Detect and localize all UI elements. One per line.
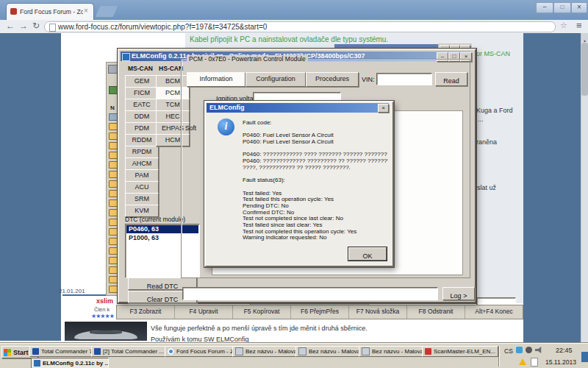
forward-icon[interactable]: → (19, 21, 28, 31)
tab-configuration[interactable]: Configuration (245, 72, 306, 87)
scrollbar-thumb[interactable] (581, 43, 588, 96)
dialog-close-button[interactable]: × (378, 104, 389, 113)
dialog-line: ????, ??????????? ?? ????? ????????. (243, 165, 388, 171)
scrollbar-up-button[interactable]: ▲ (581, 33, 588, 41)
tc-altf4-button[interactable]: Alt+F4 Konec (465, 305, 523, 319)
taskbar-item-label: Ford Focus Forum - Z... (176, 348, 235, 355)
elmconfig-app-icon (122, 53, 130, 61)
post-username[interactable]: xslim (96, 297, 113, 305)
page-icon (49, 24, 56, 32)
module-button-rpdm[interactable]: RPDM (125, 146, 159, 158)
module-button-ahcm[interactable]: AHCM (125, 158, 159, 170)
dialog-line: P0460: Fuel Level Sensor A Circuit (243, 139, 388, 146)
module-button-ddm[interactable]: DDM (125, 110, 159, 123)
pdf-icon (425, 348, 431, 355)
total-commander-icon (32, 348, 39, 355)
vin-input[interactable] (376, 73, 432, 85)
taskbar-item-browser[interactable]: Ford Focus Forum - Z... (165, 346, 235, 357)
module-button-ficm[interactable]: FICM (125, 87, 159, 99)
module-button-acu[interactable]: ACU (125, 181, 159, 194)
ok-button[interactable]: OK (348, 247, 387, 261)
module-button-srm[interactable]: SRM (125, 193, 159, 205)
taskbar-item-paint3[interactable]: Bez názvu - Malování (359, 346, 425, 357)
language-indicator[interactable]: CS (504, 347, 513, 355)
tab-information[interactable]: Information (187, 72, 245, 87)
tab-title: Ford Focus Forum - Zobrazit (20, 8, 83, 15)
tray-status-icon[interactable] (526, 347, 532, 353)
tc-f5-button[interactable]: F5 Kopírovat (233, 305, 291, 319)
scrollbar-track[interactable]: ▲ (581, 33, 588, 343)
tc-f6-button[interactable]: F6 PřejmPřes (291, 305, 349, 319)
browser-tab[interactable]: Ford Focus Forum - Zobrazit × (6, 3, 94, 21)
module-button-eatc[interactable]: EATC (125, 99, 159, 111)
browser-close-button[interactable]: × (571, 2, 587, 13)
post-rating-stars: ★★★★★ (91, 313, 114, 319)
volume-icon[interactable] (535, 347, 543, 353)
taskbar-item-paint2[interactable]: Bez názvu - Malování (295, 346, 362, 357)
taskbar-item-label: Bez názvu - Malování (309, 348, 362, 355)
browser-maximize-button[interactable]: □ (553, 2, 571, 13)
url-bar[interactable]: www.ford-focus.cz/forum/viewtopic.php?f=… (44, 21, 556, 32)
dialog-text: Fault code: P0460: Fuel Level Sensor A C… (243, 120, 388, 241)
menu-icon[interactable]: ≡ (576, 20, 582, 31)
taskbar: Start Total Commander 7.5... [2] Total C… (0, 343, 588, 368)
taskbar-item-label: Total Commander 7.5... (41, 348, 94, 355)
tc-f3-button[interactable]: F3 Zobrazit (117, 305, 175, 319)
paint-icon (362, 347, 370, 355)
document-tray-icon[interactable] (531, 358, 538, 367)
log-input[interactable] (182, 287, 438, 300)
module-button-gem[interactable]: GEM (125, 75, 159, 88)
module-button-rddm[interactable]: RDDM (125, 134, 159, 146)
close-icon: × (381, 105, 385, 111)
module-button-pam[interactable]: PAM (125, 169, 159, 182)
read-button[interactable]: Read (435, 72, 467, 86)
back-icon[interactable]: ← (6, 21, 15, 31)
maximize-icon: □ (561, 4, 564, 10)
tray-app-icon[interactable] (516, 347, 523, 353)
post-body-line1: Vše funguje perfektně a po menší úpravě … (151, 325, 368, 332)
minimize-icon: – (542, 3, 546, 10)
clock-time[interactable]: 22:45 (556, 347, 573, 354)
reload-icon[interactable]: ↻ (32, 21, 40, 31)
taskbar-item-label: [2] Total Commander ... (103, 348, 164, 355)
tab-close-icon[interactable]: × (84, 7, 88, 15)
dialog-titlebar[interactable]: ELMConfig × (207, 103, 389, 113)
taskbar-item-label: Bez názvu - Malování (372, 348, 425, 355)
bookmark-star-icon[interactable]: ☆ (560, 21, 567, 30)
ok-label: OK (362, 252, 372, 260)
clock-date[interactable]: 15.11.2013 (545, 358, 576, 366)
tc-f4-button[interactable]: F4 Upravit (175, 305, 233, 319)
taskbar-item-label: ELMConfig 0.2.11c by ... (43, 360, 109, 367)
desktop-screen: Ford Focus Forum - Zobrazit × – □ × ← → … (0, 0, 588, 368)
hs-can-label: HS-CAN (159, 65, 183, 72)
warning-tray-icon[interactable] (519, 358, 526, 365)
log-label: Log > (451, 292, 467, 300)
fragment-ms-can: or MS-CAN (476, 50, 510, 57)
taskbar-item-elmconfig[interactable]: ELMConfig 0.2.11c by ... (31, 358, 109, 368)
module-button-pdm[interactable]: PDM (125, 122, 159, 135)
tab-favicon-icon (10, 8, 17, 15)
tc-f8-button[interactable]: F8 Odstranit (407, 305, 465, 319)
log-button[interactable]: Log > (442, 287, 475, 300)
windows-flag-icon (4, 349, 11, 356)
tree-n-label: N (110, 105, 115, 111)
post-car-photo (65, 322, 147, 341)
url-text: www.ford-focus.cz/forum/viewtopic.php?f=… (58, 23, 267, 31)
tc-f7-button[interactable]: F7 Nová složka (349, 305, 407, 319)
fragment-dots: ... (478, 116, 484, 123)
paint-icon (235, 347, 243, 355)
fault-code-dialog: ELMConfig × i Fault code: P0460: Fuel Le… (204, 101, 394, 267)
taskbar-edge-fragment (581, 352, 588, 362)
dialog-line: Warning indicator requested: No (243, 235, 388, 241)
vin-label: VIN: (362, 76, 375, 83)
browser-minimize-button[interactable]: – (536, 2, 553, 13)
taskbar-item-label: Bez názvu - Malování (245, 348, 298, 355)
tab-procedures[interactable]: Procedures (306, 72, 359, 87)
taskbar-item-pdf[interactable]: ScanMaster-ELM_EN... (422, 346, 498, 357)
taskbar-item-tc2[interactable]: [2] Total Commander ... (91, 346, 168, 357)
browser-toolbar: ← → ↻ www.ford-focus.cz/forum/viewtopic.… (0, 20, 588, 34)
taskbar-item-paint1[interactable]: Bez názvu - Malování (232, 346, 298, 357)
close-icon: × (577, 3, 581, 11)
pcm-group-title: PCM - 0x7E0 - Powertrain Control Module (187, 55, 308, 63)
taskbar-item-tc1[interactable]: Total Commander 7.5... (29, 346, 94, 357)
